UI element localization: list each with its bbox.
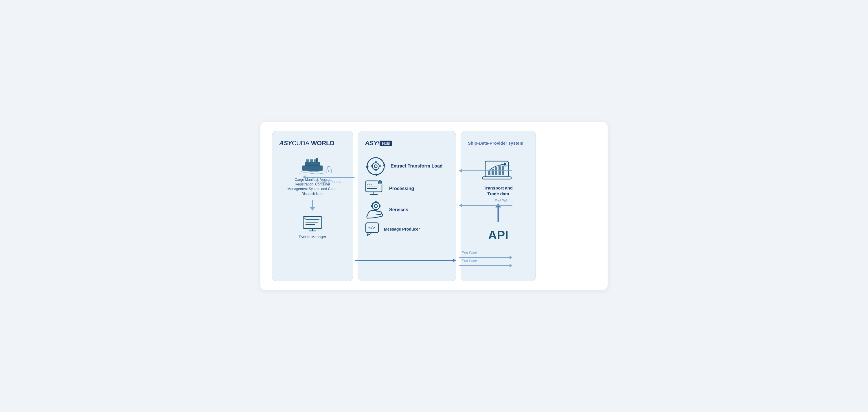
events-manager-label: Events Manager	[299, 234, 327, 240]
asycuda-logo: ASYCUDA WORLD	[279, 139, 334, 147]
svg-rect-51	[482, 177, 511, 179]
svg-point-41	[374, 204, 378, 208]
message-producer-icon: </>	[365, 222, 380, 236]
asyhub-logo-slash: /	[378, 139, 379, 147]
svg-rect-42	[375, 201, 377, 203]
endpoint4-label: End Point	[459, 259, 477, 263]
arrowhead-ep2	[459, 204, 462, 207]
secure-channel-line	[306, 177, 355, 178]
endpoint1-label: End Point	[494, 164, 513, 168]
svg-rect-2	[306, 159, 309, 162]
arrowhead-left	[303, 175, 306, 179]
arrowhead-ep4	[509, 264, 513, 267]
svg-marker-19	[376, 173, 379, 177]
svg-rect-44	[371, 205, 373, 207]
events-section: Events Manager	[299, 215, 327, 240]
arrow-down-icon	[308, 200, 316, 211]
ep1-line	[462, 170, 513, 171]
etl-row: Extract Transform Load	[365, 155, 449, 177]
svg-rect-25	[371, 165, 373, 167]
services-label: Services	[389, 207, 408, 212]
msgprod-row: </> Message Producer	[365, 222, 449, 236]
ep4-line	[459, 265, 509, 266]
svg-rect-24	[375, 169, 377, 171]
panel-asycuda: ASYCUDA WORLD	[272, 131, 353, 281]
etl-label: Extract Transform Load	[391, 163, 443, 169]
transport-trade-label: Transport and Trade data	[478, 185, 519, 196]
svg-rect-23	[375, 161, 377, 163]
arrowhead-right	[453, 259, 456, 262]
arrowhead-ep1	[459, 169, 462, 172]
secure-channel-group: Secure Channel	[303, 165, 355, 184]
asyhub-logo-asy: ASY	[365, 139, 378, 147]
sdp-title: Ship-Data-Provider system	[468, 140, 523, 146]
api-label: API	[488, 228, 508, 242]
logo-cuda: CUDA	[292, 139, 309, 147]
svg-rect-5	[316, 158, 318, 162]
ep3-line	[459, 257, 509, 258]
events-to-msgprod-arrow	[355, 259, 456, 262]
diagram-container: ASYCUDA WORLD	[260, 122, 608, 290]
endpoint3-label: End Point	[459, 251, 477, 255]
svg-text:</>: </>	[368, 225, 375, 230]
svg-rect-3	[310, 159, 313, 162]
events-manager-icon	[302, 215, 323, 233]
endpoint4-group: End Point	[459, 259, 513, 267]
svg-rect-45	[379, 205, 380, 207]
asycuda-header: ASYCUDA WORLD	[279, 137, 346, 150]
asyhub-logo-hub: HUB	[380, 140, 392, 146]
endpoint2-label: End Point	[494, 199, 513, 203]
svg-marker-7	[310, 207, 315, 211]
svg-rect-15	[304, 218, 306, 219]
processing-label: Processing	[389, 186, 414, 191]
ep2-line	[462, 205, 513, 206]
lock-icon	[324, 165, 333, 175]
asyhub-logo: ASY / HUB	[365, 139, 392, 147]
svg-rect-26	[379, 165, 381, 167]
svg-point-21	[372, 163, 379, 170]
msgprod-label: Message Producer	[384, 227, 420, 231]
svg-point-22	[374, 165, 377, 168]
svg-text:</>: </>	[367, 183, 372, 186]
endpoint2-group: End Point	[459, 199, 513, 207]
events-arrow-line	[355, 260, 453, 261]
down-arrow-asycuda	[308, 200, 316, 212]
logo-asy: ASY	[279, 139, 292, 147]
svg-point-17	[328, 170, 330, 172]
asyhub-header: ASY / HUB	[365, 137, 449, 150]
services-row: Services	[365, 200, 449, 219]
services-icon	[365, 200, 385, 219]
sdp-header: Ship-Data-Provider system	[468, 137, 529, 150]
endpoint3-group: End Point	[459, 251, 513, 259]
processing-row: </> Processing	[365, 180, 449, 197]
processing-icon: </>	[365, 180, 385, 197]
etl-icon	[365, 155, 386, 177]
logo-world: WORLD	[311, 139, 335, 147]
secure-channel-label: Secure Channel	[316, 180, 341, 184]
endpoint1-group: End Point	[459, 164, 513, 172]
